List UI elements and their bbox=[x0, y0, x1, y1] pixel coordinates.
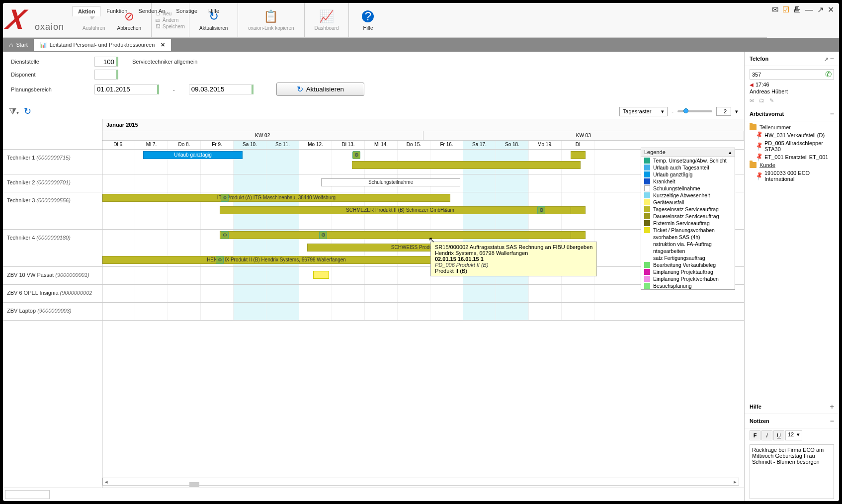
day-cell: Di bbox=[562, 141, 594, 149]
gantt-bar[interactable] bbox=[220, 231, 581, 239]
menu-sonstige[interactable]: Sonstige bbox=[171, 6, 202, 16]
close-window-icon[interactable]: ✕ bbox=[828, 5, 834, 14]
legend-item: svorhaben SAS (4h) bbox=[641, 234, 735, 241]
legend-item: Einplanung Projektauftrag bbox=[641, 268, 735, 275]
day-cell: Mo 19. bbox=[529, 141, 562, 149]
pin-icon: 📌 bbox=[755, 142, 762, 150]
tab-start[interactable]: ⌂ Start bbox=[3, 38, 34, 52]
legend-item: nstruktion via. FA-Auftrag bbox=[641, 241, 735, 248]
menu-funktion[interactable]: Funktion bbox=[101, 6, 132, 16]
collapse-icon[interactable]: − bbox=[830, 417, 834, 425]
left-arrow-icon: ◀ bbox=[750, 82, 754, 87]
gear-icon[interactable]: ⚙ bbox=[319, 231, 327, 239]
collapse-icon[interactable]: − bbox=[830, 55, 834, 63]
menu-aktion[interactable]: Aktion bbox=[73, 6, 100, 16]
gantt-bar[interactable] bbox=[571, 151, 586, 159]
hilfe-button[interactable]: ? Hilfe bbox=[353, 7, 383, 33]
chevron-down-icon: ▾ bbox=[797, 431, 800, 439]
legend-item: Geräteausfall bbox=[641, 199, 735, 206]
minimize-icon[interactable]: — bbox=[805, 5, 813, 14]
collapse-icon[interactable]: − bbox=[830, 110, 834, 118]
filter-icon[interactable]: ⧩▾ bbox=[9, 106, 19, 117]
gantt-icon: 📊 bbox=[40, 42, 47, 48]
day-cell: Mo 12. bbox=[299, 141, 332, 149]
gear-icon[interactable]: ⚙ bbox=[221, 231, 229, 239]
mail-icon[interactable]: ✉ bbox=[772, 5, 778, 14]
telefon-title: Telefon bbox=[750, 56, 768, 62]
mail-action-icon[interactable]: ✉ bbox=[750, 97, 754, 104]
phone-input[interactable] bbox=[750, 71, 823, 79]
resource-track[interactable] bbox=[102, 303, 744, 321]
day-cell: Do 15. bbox=[398, 141, 430, 149]
day-cell: Sa 10. bbox=[234, 141, 266, 149]
resource-label: Techniker 3 (0000000556) bbox=[3, 192, 102, 230]
chevron-down-icon[interactable]: ▾ bbox=[735, 108, 738, 115]
work-item[interactable]: 📌HW_031 Verkaufsteil (D) bbox=[750, 131, 834, 139]
menu-hilfe[interactable]: Hilfe bbox=[203, 6, 224, 16]
card-action-icon[interactable]: 🗂 bbox=[759, 97, 764, 104]
date-from-input[interactable] bbox=[94, 84, 159, 94]
gantt-bar[interactable] bbox=[352, 161, 581, 169]
phone-icon[interactable]: ✆ bbox=[823, 70, 834, 79]
print-icon[interactable]: 🖶 bbox=[793, 5, 801, 14]
notes-textarea[interactable]: Rückfrage bei Firma ECO am Mittwoch Gebu… bbox=[750, 444, 834, 499]
font-size-select[interactable]: 12▾ bbox=[785, 430, 802, 440]
scroll-left-icon[interactable]: ◂ bbox=[103, 479, 110, 485]
zoom-slider[interactable] bbox=[677, 110, 712, 112]
check-mail-icon[interactable]: ☑ bbox=[782, 5, 789, 14]
maximize-icon[interactable]: ↗ bbox=[817, 5, 824, 14]
underline-button[interactable]: U bbox=[773, 430, 784, 440]
folder-kunde[interactable]: Kunde bbox=[750, 161, 834, 169]
gantt-bar[interactable] bbox=[313, 271, 329, 279]
gantt-h-scrollbar[interactable]: ◂ ▸ bbox=[102, 478, 739, 486]
chevron-up-icon[interactable]: ▴ bbox=[729, 149, 732, 156]
clipboard-icon: 📋 bbox=[263, 9, 278, 23]
zoom-value[interactable]: 2 bbox=[716, 107, 731, 116]
gear-icon[interactable]: ⚙ bbox=[537, 206, 545, 214]
gantt-bar[interactable] bbox=[571, 231, 586, 239]
home-icon: ⌂ bbox=[9, 41, 13, 49]
edit-action-icon[interactable]: ✎ bbox=[769, 97, 774, 104]
window-controls: ✉ ☑ 🖶 — ↗ ✕ bbox=[767, 3, 839, 16]
dienststelle-desc: Servicetechniker allgemein bbox=[132, 59, 197, 65]
gear-icon[interactable]: ⚙ bbox=[352, 151, 360, 159]
legend-popup: Legende ▴ Temp. Umsetzung/Abw. SchichtUr… bbox=[641, 148, 735, 290]
resource-label: ZBV 10 VW Passat (9000000001) bbox=[3, 267, 102, 285]
expand-icon[interactable]: + bbox=[830, 403, 834, 411]
expand-icon[interactable]: ↗ bbox=[824, 56, 829, 62]
italic-button[interactable]: I bbox=[761, 430, 772, 440]
work-item[interactable]: 📌 1910033 000 ECO International bbox=[750, 169, 834, 183]
status-input[interactable] bbox=[5, 490, 50, 499]
raster-dropdown[interactable]: Tagesraster ▾ bbox=[619, 107, 668, 116]
refresh-range-button[interactable]: ↻ Aktualisieren bbox=[276, 83, 364, 96]
gantt-bar[interactable]: ITG Produkt (A) ITG Maschinenbau, 38440 … bbox=[102, 194, 450, 202]
folder-icon bbox=[750, 124, 757, 130]
legend-item: Dauereinsatz Serviceauftrag bbox=[641, 213, 735, 220]
folder-teilenummer[interactable]: Teilenummer bbox=[750, 123, 834, 131]
date-to-input[interactable] bbox=[189, 84, 253, 94]
day-cell: Sa 17. bbox=[463, 141, 496, 149]
close-tab-icon[interactable]: ✕ bbox=[161, 42, 165, 48]
work-item[interactable]: 📌PD_005 Allradschlepper STA30 bbox=[750, 139, 834, 153]
aendern-button: 🗁Ändern bbox=[156, 17, 185, 23]
gantt-bar[interactable]: Schulungsteilnahme bbox=[321, 178, 460, 186]
menu-senden-an[interactable]: Senden An bbox=[133, 6, 170, 16]
gantt-bar[interactable] bbox=[571, 206, 586, 214]
resource-label: Techniker 2 (0000000701) bbox=[3, 174, 102, 192]
gantt-bar[interactable]: Urlaub ganztägig bbox=[143, 151, 243, 159]
bold-button[interactable]: F bbox=[750, 430, 760, 440]
gantt-month: Januar 2015 bbox=[102, 119, 744, 131]
legend-item: Einplanung Projektvorhaben bbox=[641, 275, 735, 282]
gantt-bar[interactable]: SCHMEZER Produkt II (B) Schmezer GmbH&am bbox=[220, 206, 581, 214]
dienststelle-input[interactable] bbox=[94, 57, 118, 67]
disponent-input[interactable] bbox=[94, 70, 118, 80]
gantt-bar[interactable]: HENDRIX Produkt II (B) Hendrix Systems, … bbox=[102, 256, 450, 264]
work-item[interactable]: 📌ET_001 Ersatzteil ET_001 bbox=[750, 153, 834, 161]
tab-leitstand[interactable]: 📊 Leitstand Personal- und Produktressour… bbox=[34, 39, 171, 51]
reload-icon[interactable]: ↻ bbox=[24, 106, 31, 117]
legend-item: Urlaub auch Tagesanteil bbox=[641, 164, 735, 171]
scroll-right-icon[interactable]: ▸ bbox=[732, 479, 739, 485]
speichern-button: 🖫Speichern bbox=[156, 24, 185, 29]
gear-icon[interactable]: ⚙ bbox=[216, 256, 224, 264]
gear-icon[interactable]: ⚙ bbox=[221, 194, 229, 202]
